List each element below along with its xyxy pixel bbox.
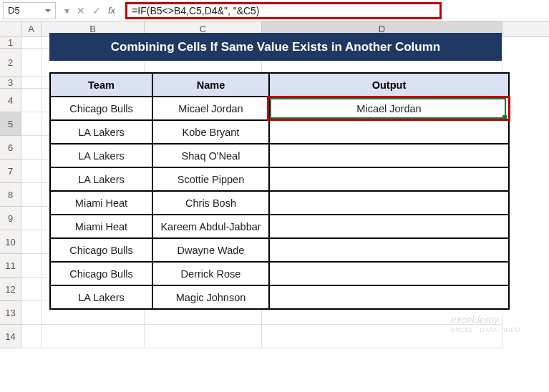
table-row: Chicago Bulls Derrick Rose xyxy=(50,262,509,285)
row-header[interactable]: 4 xyxy=(0,89,21,112)
grid-cell[interactable] xyxy=(21,325,42,348)
th-team[interactable]: Team xyxy=(50,73,152,97)
col-header-a[interactable]: A xyxy=(21,21,42,36)
grid-cell[interactable] xyxy=(21,230,42,254)
td-team[interactable]: Chicago Bulls xyxy=(50,97,152,120)
td-name[interactable]: Micael Jordan xyxy=(152,97,269,120)
data-table: Team Name Output Chicago Bulls Micael Jo… xyxy=(49,72,510,310)
fx-button-group: ▾ ✕ ✓ fx xyxy=(59,5,121,16)
chevron-down-icon[interactable] xyxy=(45,9,51,12)
td-name[interactable]: Shaq O'Neal xyxy=(152,144,269,167)
worksheet: A B C D 1 2 3 4 5 6 xyxy=(0,21,549,348)
cancel-icon[interactable]: ✕ xyxy=(77,5,85,16)
table-header-row: Team Name Output xyxy=(50,73,509,97)
grid-cell[interactable] xyxy=(21,301,42,325)
td-team[interactable]: LA Lakers xyxy=(50,167,152,191)
page-title: Combining Cells If Same Value Exists in … xyxy=(49,33,502,61)
td-team[interactable]: Chicago Bulls xyxy=(50,262,152,285)
td-output[interactable] xyxy=(269,167,509,191)
fx-dropdown-icon[interactable]: ▾ xyxy=(64,5,69,16)
grid-cell[interactable] xyxy=(21,89,42,112)
row-header[interactable]: 13 xyxy=(0,301,21,325)
grid-cell[interactable] xyxy=(21,183,42,207)
table-row: LA Lakers Kobe Bryant xyxy=(50,120,509,144)
row-header[interactable]: 11 xyxy=(0,254,21,278)
row-header[interactable]: 1 xyxy=(0,37,21,49)
name-box[interactable]: D5 xyxy=(3,2,56,19)
td-output[interactable] xyxy=(269,262,509,285)
grid-cell[interactable] xyxy=(21,37,42,49)
td-output[interactable] xyxy=(269,238,509,262)
td-name[interactable]: Scottie Pippen xyxy=(152,167,269,191)
td-name[interactable]: Kobe Bryant xyxy=(152,120,269,144)
table-row: Miami Heat Chris Bosh xyxy=(50,191,509,215)
row-header[interactable]: 8 xyxy=(0,183,21,207)
formula-bar-row: D5 ▾ ✕ ✓ fx =IF(B5<>B4,C5,D4&", "&C5) xyxy=(0,0,549,21)
table-row: Chicago Bulls Dwayne Wade xyxy=(50,238,509,262)
grid-cell[interactable] xyxy=(21,160,42,183)
grid-cell[interactable] xyxy=(21,278,42,301)
td-output[interactable] xyxy=(269,215,509,238)
formula-input[interactable]: =IF(B5<>B4,C5,D4&", "&C5) xyxy=(125,2,442,19)
row-header[interactable]: 12 xyxy=(0,278,21,301)
table-row: LA Lakers Scottie Pippen xyxy=(50,167,509,191)
th-name[interactable]: Name xyxy=(152,73,269,97)
row-header[interactable]: 10 xyxy=(0,230,21,254)
td-output[interactable]: Micael Jordan xyxy=(269,97,509,120)
row-header[interactable]: 5 xyxy=(0,112,21,136)
formula-text: =IF(B5<>B4,C5,D4&", "&C5) xyxy=(132,5,259,16)
watermark-main: exceldemy xyxy=(451,314,520,326)
fx-icon[interactable]: fx xyxy=(108,5,115,16)
td-team[interactable]: LA Lakers xyxy=(50,120,152,144)
watermark-sub: EXCEL · DATA · INFO xyxy=(451,326,520,334)
grid-cell[interactable] xyxy=(145,325,262,348)
td-output[interactable] xyxy=(269,191,509,215)
td-output[interactable] xyxy=(269,285,509,309)
row-header[interactable]: 2 xyxy=(0,49,21,77)
watermark: exceldemy EXCEL · DATA · INFO xyxy=(451,314,520,334)
grid-cell[interactable] xyxy=(42,325,145,348)
grid-cell[interactable] xyxy=(21,77,42,89)
select-all-corner[interactable] xyxy=(0,21,21,36)
table-row: LA Lakers Shaq O'Neal xyxy=(50,144,509,167)
td-name[interactable]: Dwayne Wade xyxy=(152,238,269,262)
td-output[interactable] xyxy=(269,120,509,144)
check-icon[interactable]: ✓ xyxy=(92,5,101,16)
td-output[interactable] xyxy=(269,144,509,167)
td-name[interactable]: Chris Bosh xyxy=(152,191,269,215)
td-team[interactable]: Miami Heat xyxy=(50,191,152,215)
td-team[interactable]: Chicago Bulls xyxy=(50,238,152,262)
row-header[interactable]: 7 xyxy=(0,160,21,183)
grid-cell[interactable] xyxy=(21,136,42,160)
td-team[interactable]: LA Lakers xyxy=(50,285,152,309)
grid-cell[interactable] xyxy=(21,207,42,230)
table-row: Miami Heat Kareem Abdul-Jabbar xyxy=(50,215,509,238)
grid-cell[interactable] xyxy=(21,254,42,278)
td-team[interactable]: LA Lakers xyxy=(50,144,152,167)
table-row: Chicago Bulls Micael Jordan Micael Jorda… xyxy=(50,97,509,120)
td-name[interactable]: Derrick Rose xyxy=(152,262,269,285)
row-header[interactable]: 3 xyxy=(0,77,21,89)
td-name[interactable]: Magic Johnson xyxy=(152,285,269,309)
table-row: LA Lakers Magic Johnson xyxy=(50,285,509,309)
row-header[interactable]: 9 xyxy=(0,207,21,230)
td-team[interactable]: Miami Heat xyxy=(50,215,152,238)
grid-cell[interactable] xyxy=(21,112,42,136)
name-box-value: D5 xyxy=(8,5,20,16)
th-output[interactable]: Output xyxy=(269,73,509,97)
grid-cell[interactable] xyxy=(21,49,42,77)
td-name[interactable]: Kareem Abdul-Jabbar xyxy=(152,215,269,238)
row-header[interactable]: 14 xyxy=(0,325,21,348)
row-header[interactable]: 6 xyxy=(0,136,21,160)
